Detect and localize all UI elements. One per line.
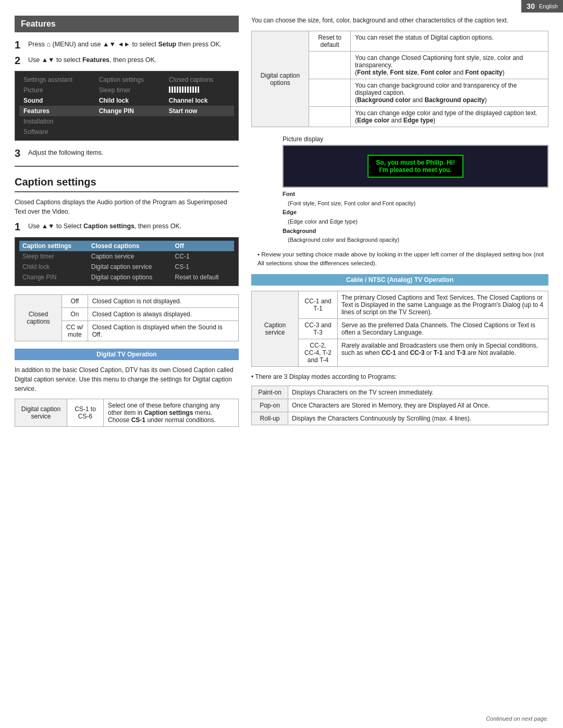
dcs-range: CS-1 toCS-6 — [67, 399, 104, 427]
digital-caption-service-table: Digital captionservice CS-1 toCS-6 Selec… — [15, 399, 239, 427]
dm-pop-label: Pop-on — [252, 399, 288, 412]
menu-cell: Sleep timer — [95, 85, 165, 95]
caption-settings-title: Caption settings — [15, 176, 239, 192]
bar — [179, 87, 181, 93]
cs-sub-1: CC-1 andT-1 — [299, 291, 338, 319]
caption-menu-cell: Digital caption options — [88, 272, 172, 282]
continued-note: Continued on next page. — [486, 715, 548, 722]
bar — [177, 87, 178, 93]
caption-menu-cell: Off — [172, 241, 234, 251]
dco-bg-desc: You can change background color and tran… — [351, 79, 548, 107]
cc-row-off: Closed captions Off Closed Caption is no… — [15, 295, 239, 308]
step-3-content: Adjust the following items. — [28, 148, 239, 158]
menu-cell — [95, 116, 165, 127]
menu-cell: Start now — [165, 106, 234, 116]
menu-cell — [95, 127, 165, 137]
font-label: Font — [283, 191, 295, 197]
menu-row-6: Software — [19, 127, 234, 137]
cc-mute-desc: Closed Caption is displayed when the Sou… — [88, 321, 238, 341]
step-3: 3 Adjust the following items. — [15, 148, 239, 158]
bar — [192, 87, 194, 93]
bar — [185, 87, 186, 93]
dcs-desc: Select one of these before changing any … — [104, 399, 239, 427]
dco-reset-desc: You can reset the status of Digital capt… — [351, 31, 548, 52]
caption-desc: Closed Captions displays the Audio porti… — [15, 198, 239, 216]
menu-cell — [165, 85, 234, 95]
edge-annotation: Edge (Edge color and Edge type) — [283, 208, 548, 226]
menu-cell: Channel lock — [165, 95, 234, 106]
caption-menu-cell: Sleep timer — [19, 251, 88, 262]
features-heading: Features — [15, 16, 239, 32]
caption-menu-row-4: Change PIN Digital caption options Reset… — [19, 272, 234, 282]
dco-bg-label — [309, 79, 351, 107]
caption-menu-row-3: Child lock Digital caption service CS-1 — [19, 262, 234, 272]
cc-mute-label: CC w/mute — [62, 321, 88, 341]
cs-desc-1: The primary Closed Captions and Text Ser… — [338, 291, 548, 319]
menu-row-3: Sound Child lock Channel lock — [19, 95, 234, 106]
step-2-content: Use ▲▼ to select Features, then press OK… — [28, 55, 239, 65]
picture-display-wrapper: So, you must be Philip. Hi! I'm pleased … — [283, 145, 548, 245]
dco-main-label: Digital captionoptions — [252, 31, 309, 127]
dtv-desc: In addition to the basic Closed Caption,… — [15, 365, 239, 393]
menu-cell: Software — [19, 127, 95, 137]
dcs-row: Digital captionservice CS-1 toCS-6 Selec… — [15, 399, 239, 427]
step-1: 1 Press ⌂ (MENU) and use ▲▼ ◄► to select… — [15, 40, 239, 50]
picture-display-label: Picture display — [283, 135, 548, 143]
cs-sub-3: CC-2,CC-4, T-2and T-4 — [299, 339, 338, 367]
cc-off-label: Off — [62, 295, 88, 308]
caption-menu-cell: CC-1 — [172, 251, 234, 262]
cs-desc-2: Serve as the preferred Data Channels. Th… — [338, 319, 548, 339]
caption-menu-cell: Child lock — [19, 262, 88, 272]
dm-row-paint: Paint-on Displays Characters on the TV s… — [252, 386, 548, 399]
step-2: 2 Use ▲▼ to select Features, then press … — [15, 55, 239, 66]
step-3-number: 3 — [15, 148, 24, 158]
right-column: You can choose the size, font, color, ba… — [251, 16, 548, 434]
picture-display-section: Picture display So, you must be Philip. … — [251, 135, 548, 245]
menu-cell: Sound — [19, 95, 95, 106]
right-intro: You can choose the size, font, color, ba… — [251, 16, 548, 26]
picture-annotations: Font (Font style, Font size, Font color … — [283, 190, 548, 245]
bullet-note: • Review your setting choice made above … — [251, 250, 548, 268]
cs-sub-2: CC-3 andT-3 — [299, 319, 338, 339]
edge-label: Edge — [283, 209, 297, 215]
display-modes-note: • There are 3 Display modes according to… — [251, 373, 548, 380]
step-1-content: Press ⌂ (MENU) and use ▲▼ ◄► to select S… — [28, 40, 239, 50]
caption-menu-cell: CS-1 — [172, 262, 234, 272]
bar — [174, 87, 176, 93]
font-note: (Font style, Font size, Font color and F… — [283, 200, 415, 206]
menu-bars — [169, 87, 230, 93]
caption-line-2: I'm pleased to meet you. — [376, 166, 455, 174]
dco-row-reset: Digital captionoptions Reset todefault Y… — [252, 31, 548, 52]
caption-menu-cell: Caption settings — [19, 241, 88, 251]
menu-cell: Installation — [19, 116, 95, 127]
menu-cell: Child lock — [95, 95, 165, 106]
cs-row-1: Caption service CC-1 andT-1 The primary … — [252, 291, 548, 319]
dco-font-desc: You can change Closed Captioning font st… — [351, 52, 548, 79]
step-2-number: 2 — [15, 55, 24, 66]
menu-cell: Features — [19, 106, 95, 116]
bar — [195, 87, 197, 93]
cc-on-label: On — [62, 308, 88, 321]
caption-menu-cell: Closed captions — [88, 241, 172, 251]
picture-display-box: So, you must be Philip. Hi! I'm pleased … — [283, 145, 548, 188]
bg-label: Background — [283, 228, 316, 234]
menu-cell: Caption settings — [95, 75, 165, 85]
bg-annotation: Background (Background color and Backgro… — [283, 227, 548, 245]
caption-step-num: 1 — [15, 221, 24, 232]
top-bar: 30 English — [521, 0, 563, 13]
caption-step-content: Use ▲▼ to Select Caption settings, then … — [28, 221, 239, 231]
bar — [172, 87, 173, 93]
dcs-label: Digital captionservice — [15, 399, 67, 427]
menu-cell: Picture — [19, 85, 95, 95]
cs-desc-3: Rarely available and Broadcasters use th… — [338, 339, 548, 367]
bar — [198, 87, 199, 93]
menu-row-5: Installation — [19, 116, 234, 127]
left-column: Features 1 Press ⌂ (MENU) and use ▲▼ ◄► … — [15, 16, 239, 434]
menu-cell — [165, 116, 234, 127]
dm-roll-desc: Displays the Characters Continuously by … — [288, 412, 548, 425]
caption-menu-cell: Digital caption service — [88, 262, 172, 272]
caption-menu-table: Caption settings Closed captions Off Sle… — [15, 237, 239, 286]
bar — [182, 87, 183, 93]
menu-row-1: Settings assistant Caption settings Clos… — [19, 75, 234, 85]
menu-row-2: Picture Sleep timer — [19, 85, 234, 95]
